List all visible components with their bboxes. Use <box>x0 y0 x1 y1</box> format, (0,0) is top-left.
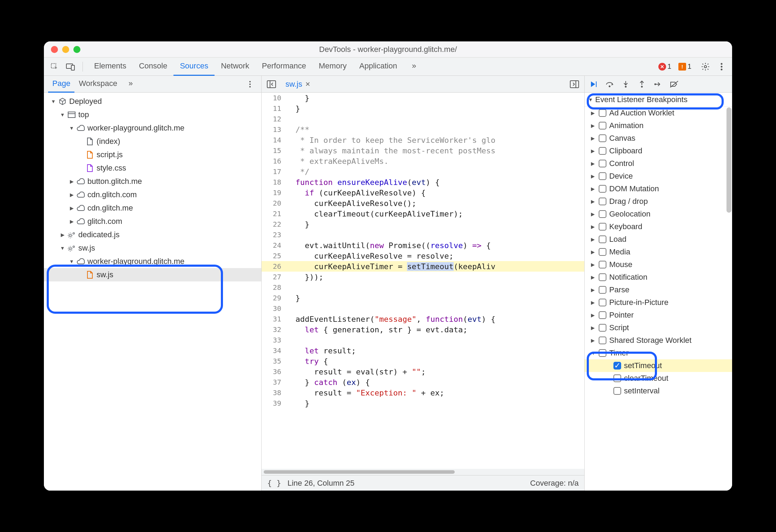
gutter[interactable]: 36 <box>262 367 286 376</box>
disclosure-icon[interactable]: ▶ <box>591 237 596 242</box>
breakpoint-row[interactable]: ▶Ad Auction Worklet <box>585 107 732 119</box>
step-out-icon[interactable] <box>637 79 647 89</box>
gutter[interactable]: 39 <box>262 399 286 407</box>
gutter[interactable]: 23 <box>262 231 286 239</box>
disclosure-icon[interactable]: ▶ <box>591 325 596 331</box>
gutter[interactable]: 31 <box>262 315 286 323</box>
breakpoint-row[interactable]: ▶Keyboard <box>585 220 732 233</box>
gutter[interactable]: 24 <box>262 241 286 250</box>
gutter[interactable]: 37 <box>262 378 286 386</box>
disclosure-icon[interactable]: ▶ <box>591 135 596 141</box>
tree-item[interactable]: ▶button.glitch.me <box>44 175 261 188</box>
disclosure-icon[interactable]: ▶ <box>69 179 74 184</box>
code-line[interactable]: 37 } catch (ex) { <box>262 377 584 387</box>
gutter[interactable]: 30 <box>262 304 286 313</box>
gutter[interactable]: 15 <box>262 146 286 155</box>
checkbox[interactable] <box>599 261 606 268</box>
breakpoint-row[interactable]: ▶Load <box>585 233 732 246</box>
navigator-tabs-overflow[interactable]: » <box>124 76 137 93</box>
checkbox[interactable] <box>599 185 606 193</box>
disclosure-icon[interactable]: ▶ <box>591 110 596 116</box>
checkbox[interactable] <box>599 248 606 256</box>
breakpoint-row[interactable]: ▶Picture-in-Picture <box>585 296 732 309</box>
step-into-icon[interactable] <box>620 79 631 89</box>
code-line[interactable]: 30 <box>262 303 584 314</box>
toggle-debugger-icon[interactable] <box>567 77 581 91</box>
code-line[interactable]: 29 } <box>262 293 584 303</box>
code-line[interactable]: 26 curKeepAliveTimer = setTimeout(keepAl… <box>262 261 584 272</box>
pretty-print-icon[interactable]: { } <box>267 479 281 487</box>
code-line[interactable]: 38 result = "Exception: " + ex; <box>262 387 584 398</box>
breakpoint-row[interactable]: ▼Timer <box>585 347 732 359</box>
disclosure-icon[interactable]: ▼ <box>60 245 65 251</box>
disclosure-icon[interactable]: ▶ <box>591 300 596 305</box>
code-line[interactable]: 34 let result; <box>262 345 584 356</box>
tab-console[interactable]: Console <box>133 58 174 76</box>
disclosure-icon[interactable]: ▼ <box>60 112 65 118</box>
tab-application[interactable]: Application <box>353 58 403 76</box>
tab-performance[interactable]: Performance <box>256 58 313 76</box>
code-line[interactable]: 25 curKeepAliveResolve = resolve; <box>262 251 584 261</box>
checkbox[interactable] <box>599 235 606 243</box>
breakpoint-row[interactable]: ▶Canvas <box>585 132 732 145</box>
code-line[interactable]: 10 } <box>262 93 584 103</box>
breakpoint-row[interactable]: ▶Geolocation <box>585 208 732 220</box>
checkbox[interactable] <box>599 172 606 180</box>
checkbox[interactable] <box>599 223 606 231</box>
code-line[interactable]: 12 <box>262 114 584 124</box>
checkbox[interactable] <box>599 210 606 218</box>
errors-badge[interactable]: ✕ 1 <box>658 62 671 71</box>
disclosure-icon[interactable]: ▶ <box>591 199 596 204</box>
code-line[interactable]: 15 * always maintain the most-recent pos… <box>262 145 584 156</box>
disclosure-icon[interactable]: ▶ <box>591 173 596 179</box>
breakpoint-row[interactable]: setInterval <box>585 385 732 397</box>
event-listener-breakpoints-header[interactable]: ▼ Event Listener Breakpoints <box>585 93 732 107</box>
disclosure-icon[interactable]: ▼ <box>69 259 74 264</box>
code-line[interactable]: 31 addEventListener("message", function(… <box>262 314 584 324</box>
code-line[interactable]: 32 let { generation, str } = evt.data; <box>262 324 584 335</box>
checkbox[interactable] <box>599 122 606 129</box>
tab-network[interactable]: Network <box>215 58 256 76</box>
tree-item[interactable]: ▼worker-playground.glitch.me <box>44 121 261 135</box>
checkbox[interactable] <box>599 349 606 357</box>
code-line[interactable]: 24 evt.waitUntil(new Promise((resolve) =… <box>262 240 584 251</box>
gutter[interactable]: 32 <box>262 325 286 334</box>
gutter[interactable]: 33 <box>262 336 286 344</box>
editor-hscrollbar[interactable] <box>262 469 584 475</box>
file-tree[interactable]: ▼Deployed▼top▼worker-playground.glitch.m… <box>44 93 261 491</box>
breakpoint-row[interactable]: ▶Script <box>585 321 732 334</box>
code-line[interactable]: 17 */ <box>262 166 584 177</box>
breakpoint-row[interactable]: ✓setTimeout <box>585 359 732 372</box>
disclosure-icon[interactable]: ▶ <box>591 186 596 192</box>
tree-item[interactable]: ▶glitch.com <box>44 215 261 228</box>
nav-tab-page[interactable]: Page <box>48 76 74 93</box>
step-over-icon[interactable] <box>604 79 615 89</box>
code-line[interactable]: 23 <box>262 230 584 240</box>
code-line[interactable]: 14 * In order to keep the ServiceWorker'… <box>262 135 584 145</box>
checkbox[interactable] <box>599 273 606 281</box>
warnings-badge[interactable]: ! 1 <box>678 62 691 71</box>
tree-item[interactable]: ▼Deployed <box>44 95 261 108</box>
disclosure-icon[interactable]: ▶ <box>591 161 596 166</box>
breakpoint-row[interactable]: ▶DOM Mutation <box>585 182 732 195</box>
code-line[interactable]: 39 } <box>262 398 584 408</box>
breakpoint-row[interactable]: ▶Pointer <box>585 309 732 321</box>
breakpoint-row[interactable]: ▶Drag / drop <box>585 195 732 208</box>
tree-item[interactable]: sw.js <box>44 268 261 281</box>
checkbox[interactable] <box>613 387 621 395</box>
tree-item[interactable]: ▼sw.js <box>44 241 261 255</box>
breakpoint-row[interactable]: ▶Clipboard <box>585 145 732 157</box>
tree-item[interactable]: ▶cdn.glitch.com <box>44 188 261 201</box>
code-line[interactable]: 16 * extraKeepAliveMs. <box>262 156 584 166</box>
code-line[interactable]: 28 <box>262 282 584 293</box>
gutter[interactable]: 22 <box>262 220 286 228</box>
code-line[interactable]: 11 } <box>262 103 584 114</box>
navigator-kebab-icon[interactable] <box>243 77 257 91</box>
code-line[interactable]: 20 curKeepAliveResolve(); <box>262 198 584 208</box>
tab-elements[interactable]: Elements <box>88 58 133 76</box>
tree-item[interactable]: ▼worker-playground.glitch.me <box>44 255 261 268</box>
breakpoint-row[interactable]: ▶Animation <box>585 119 732 132</box>
disclosure-icon[interactable]: ▼ <box>69 125 74 131</box>
disclosure-icon[interactable]: ▶ <box>591 338 596 343</box>
checkbox[interactable] <box>599 147 606 155</box>
